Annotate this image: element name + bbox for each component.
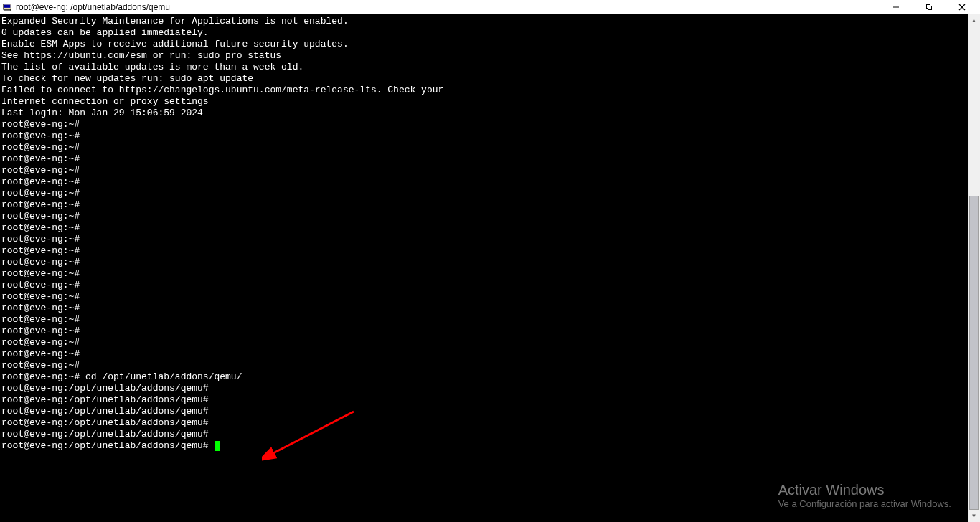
terminal-line: root@eve-ng:/opt/unetlab/addons/qemu# (1, 429, 966, 440)
window-title: root@eve-ng: /opt/unetlab/addons/qemu (16, 2, 880, 12)
putty-icon (1, 1, 13, 13)
terminal-line: root@eve-ng:~# (1, 337, 966, 348)
terminal-line: root@eve-ng:~# (1, 291, 966, 303)
window-controls (880, 0, 979, 14)
vertical-scrollbar[interactable]: ▲ ▼ (968, 14, 980, 522)
window-title-bar: root@eve-ng: /opt/unetlab/addons/qemu (0, 0, 980, 14)
terminal-line: root@eve-ng:~# (1, 119, 966, 130)
scroll-up-arrow[interactable]: ▲ (968, 14, 980, 27)
terminal-line: root@eve-ng:~# (1, 188, 966, 199)
svg-rect-5 (928, 6, 932, 10)
terminal-line: root@eve-ng:~# (1, 303, 966, 314)
terminal-line: root@eve-ng:/opt/unetlab/addons/qemu# (1, 394, 966, 406)
terminal-line: root@eve-ng:~# (1, 153, 966, 165)
terminal-line: root@eve-ng:~# (1, 222, 966, 234)
terminal-line: Enable ESM Apps to receive additional fu… (1, 39, 966, 50)
terminal-line: root@eve-ng:~# (1, 314, 966, 326)
terminal-line: root@eve-ng:/opt/unetlab/addons/qemu# (1, 406, 966, 417)
terminal-line: To check for new updates run: sudo apt u… (1, 73, 966, 85)
terminal-output[interactable]: Expanded Security Maintenance for Applic… (0, 14, 968, 522)
terminal-cursor (215, 441, 220, 451)
terminal-line: 0 updates can be applied immediately. (1, 27, 966, 39)
terminal-line: root@eve-ng:~# (1, 199, 966, 211)
maximize-button[interactable] (913, 0, 946, 14)
terminal-line: root@eve-ng:/opt/unetlab/addons/qemu# (1, 417, 966, 429)
terminal-line: root@eve-ng:~# (1, 326, 966, 337)
terminal-line: The list of available updates is more th… (1, 62, 966, 73)
terminal-line: root@eve-ng:~# (1, 360, 966, 371)
terminal-line: See https://ubuntu.com/esm or run: sudo … (1, 50, 966, 62)
terminal-line: root@eve-ng:~# (1, 211, 966, 222)
terminal-line: Failed to connect to https://changelogs.… (1, 85, 966, 96)
terminal-line: root@eve-ng:~# (1, 268, 966, 280)
terminal-line: root@eve-ng:~# (1, 142, 966, 153)
terminal-line: root@eve-ng:/opt/unetlab/addons/qemu# (1, 383, 966, 394)
close-button[interactable] (946, 0, 979, 14)
terminal-line: root@eve-ng:~# (1, 257, 966, 268)
terminal-line: root@eve-ng:~# (1, 234, 966, 245)
terminal-line: root@eve-ng:~# (1, 245, 966, 257)
terminal-line: root@eve-ng:~# (1, 176, 966, 188)
terminal-line: root@eve-ng:~# (1, 348, 966, 360)
scroll-down-arrow[interactable]: ▼ (968, 510, 980, 522)
terminal-line: root@eve-ng:~# (1, 165, 966, 176)
terminal-line: root@eve-ng:~# cd /opt/unetlab/addons/qe… (1, 371, 966, 383)
svg-rect-1 (4, 5, 11, 8)
terminal-line: Internet connection or proxy settings (1, 96, 966, 108)
minimize-button[interactable] (880, 0, 913, 14)
svg-rect-2 (4, 10, 11, 11)
scroll-thumb[interactable] (969, 196, 979, 510)
terminal-line: root@eve-ng:/opt/unetlab/addons/qemu# (1, 440, 966, 452)
terminal-area[interactable]: Expanded Security Maintenance for Applic… (0, 14, 980, 522)
terminal-line: root@eve-ng:~# (1, 130, 966, 142)
terminal-line: Expanded Security Maintenance for Applic… (1, 16, 966, 27)
scroll-track[interactable] (968, 27, 980, 510)
terminal-line: Last login: Mon Jan 29 15:06:59 2024 (1, 108, 966, 119)
terminal-line: root@eve-ng:~# (1, 280, 966, 291)
